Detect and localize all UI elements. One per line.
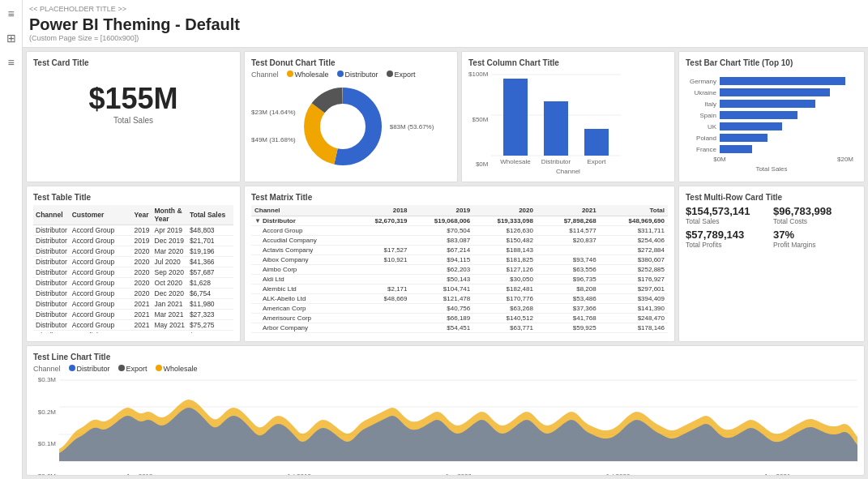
bar-chart-title: Test Bar Chart Title (Top 10) xyxy=(686,58,857,67)
test-card-content: $155M Total Sales xyxy=(33,71,233,135)
matrix-table: Channel 2018 2019 2020 2021 Total ▼Distr… xyxy=(251,205,668,335)
breadcrumb: << PLACEHOLDER TITLE >> xyxy=(29,5,858,13)
table-row: DistributorAccudial Company2019Mar 2019$… xyxy=(33,331,233,334)
col-month-year: Month & Year xyxy=(152,205,187,225)
matrix-row: Arbor Company$54,451$63,771$59,925$178,1… xyxy=(251,323,668,333)
multirow-card: Test Multi-Row Card Title $154,573,141To… xyxy=(678,186,865,342)
page-subtitle: (Custom Page Size = [1600x900]) xyxy=(29,34,858,42)
svg-text:Germany: Germany xyxy=(690,78,716,85)
col-year: Year xyxy=(132,205,152,225)
multirow-item: $154,573,141Total Sales xyxy=(686,205,770,225)
legend-distributor: Distributor xyxy=(337,71,378,79)
legend-channel-label: Channel xyxy=(251,71,279,79)
matrix-header-row: ▼Distributor$2,670,319$19,068,006$19,333… xyxy=(251,216,668,226)
table-row: DistributorAccord Group2020Oct 2020$1,62… xyxy=(33,278,233,289)
svg-text:$20M: $20M xyxy=(837,156,853,163)
svg-text:France: France xyxy=(696,146,716,153)
multirow-card-title: Test Multi-Row Card Title xyxy=(686,193,857,202)
matrix-row: Amerisourc Corp$66,189$140,512$41,768$24… xyxy=(251,314,668,323)
header: << PLACEHOLDER TITLE >> Power BI Theming… xyxy=(23,0,868,48)
matrix-row: American Corp$40,756$63,268$37,366$141,3… xyxy=(251,304,668,314)
bar-chart-svg: Germany Ukraine Italy Spain UK Poland Fr… xyxy=(686,71,856,164)
svg-text:Export: Export xyxy=(588,158,607,165)
multirow-item: $57,789,143Total Profits xyxy=(686,229,770,249)
multirow-grid: $154,573,141Total Sales$96,783,998Total … xyxy=(686,205,857,249)
dashboard: Test Card Title $155M Total Sales Test D… xyxy=(23,48,868,479)
line-chart-title: Test Line Chart Title xyxy=(33,353,857,361)
sidebar-icon-menu[interactable]: ≡ xyxy=(4,6,19,21)
table-row: DistributorAccord Group2020Jul 2020$41,3… xyxy=(33,257,233,267)
line-chart-canvas: Jan 2019 Jul 2019 Jan 2020 Jul 2020 Jan … xyxy=(59,376,857,476)
matrix-card-title: Test Matrix Title xyxy=(251,193,668,202)
matrix-col-2018: 2018 xyxy=(353,205,410,216)
table-row: DistributorAccord Group2020Mar 2020$19,1… xyxy=(33,246,233,257)
sidebar-icon-grid[interactable]: ⊞ xyxy=(4,31,19,45)
table-row: DistributorAccord Group2019Dec 2019$21,7… xyxy=(33,236,233,246)
column-chart-svg: Wholesale Distributor Export xyxy=(491,71,621,160)
legend-distributor-line: Distributor xyxy=(69,365,110,373)
legend-wholesale: Wholesale xyxy=(287,71,329,79)
matrix-row: Aldi Ltd$50,143$30,050$96,735$176,927 xyxy=(251,275,668,284)
table-row: DistributorAccord Group2021Mar 2021$27,3… xyxy=(33,310,233,320)
svg-rect-8 xyxy=(544,101,568,156)
matrix-row: Aimbo Corp$62,203$127,126$63,556$252,885 xyxy=(251,265,668,275)
matrix-row: Accudial Company$83,087$150,482$20,837$2… xyxy=(251,236,668,246)
svg-text:Distributor: Distributor xyxy=(541,158,571,165)
column-chart-card: Test Column Chart Title $100M $50M $0M xyxy=(461,51,675,182)
col-channel: Channel xyxy=(33,205,70,225)
donut-left-labels: $23M (14.64%) $49M (31.68%) xyxy=(251,107,296,147)
donut-chart-card: Test Donut Chart Title Channel Wholesale… xyxy=(244,51,458,182)
donut-right-labels: $83M (53.67%) xyxy=(390,123,434,130)
matrix-row: Alembic Ltd$2,171$104,741$182,481$8,208$… xyxy=(251,284,668,294)
svg-point-3 xyxy=(322,105,364,148)
matrix-row: Accord Group$70,504$126,630$114,577$311,… xyxy=(251,226,668,236)
test-card: Test Card Title $155M Total Sales xyxy=(26,51,241,182)
svg-rect-21 xyxy=(720,88,830,96)
svg-text:Ukraine: Ukraine xyxy=(694,89,716,96)
donut-legend: Channel Wholesale Distributor Export xyxy=(251,71,451,79)
table-row: DistributorAccord Group2021May 2021$75,2… xyxy=(33,320,233,331)
svg-rect-7 xyxy=(503,79,528,156)
donut-chart-title: Test Donut Chart Title xyxy=(251,58,451,67)
col-customer: Customer xyxy=(70,205,132,225)
column-y-axis: $100M $50M $0M xyxy=(468,71,491,168)
matrix-total-row: Total$9,014,267$60,068,924$60,246,192$25… xyxy=(251,333,668,336)
svg-rect-20 xyxy=(720,77,845,85)
data-table: Channel Customer Year Month & Year Total… xyxy=(33,205,233,333)
legend-channel-line: Channel xyxy=(33,365,61,373)
table-card: Test Table Title Channel Customer Year M… xyxy=(26,186,241,342)
matrix-card: Test Matrix Title Channel 2018 2019 2020… xyxy=(244,186,675,342)
donut-area: $23M (14.64%) $49M (31.68%) $83M (53.67%… xyxy=(251,82,451,171)
test-card-title: Test Card Title xyxy=(33,58,233,67)
line-chart-svg xyxy=(59,376,857,469)
column-chart-title: Test Column Chart Title xyxy=(468,58,668,67)
svg-rect-22 xyxy=(720,100,815,108)
legend-wholesale-line: Wholesale xyxy=(156,365,198,373)
test-card-label: Total Sales xyxy=(113,116,153,125)
legend-export: Export xyxy=(387,71,416,79)
column-chart-area: $100M $50M $0M Wholesale xyxy=(468,71,668,168)
matrix-row: Actavis Company$17,527$67,214$188,143$27… xyxy=(251,246,668,255)
table-row: DistributorAccord Group2020Sep 2020$57,6… xyxy=(33,267,233,278)
bar-chart-card: Test Bar Chart Title (Top 10) Germany Uk… xyxy=(678,51,865,182)
donut-svg xyxy=(302,86,383,167)
table-row: DistributorAccord Group2021Jan 2021$11,9… xyxy=(33,299,233,310)
table-row: DistributorAccord Group2020Dec 2020$6,75… xyxy=(33,289,233,299)
svg-text:UK: UK xyxy=(708,123,717,130)
line-y-axis: $0.3M $0.2M $0.1M $0.0M xyxy=(33,376,59,476)
multirow-item: $96,783,998Total Costs xyxy=(773,205,857,225)
line-chart-area: $0.3M $0.2M $0.1M $0.0M xyxy=(33,376,857,476)
svg-rect-23 xyxy=(720,111,797,119)
matrix-col-2020: 2020 xyxy=(473,205,537,216)
svg-rect-9 xyxy=(584,129,609,156)
table-row: DistributorAccord Group2019Apr 2019$48,8… xyxy=(33,225,233,236)
matrix-col-total: Total xyxy=(600,205,668,216)
page-title: Power BI Theming - Default xyxy=(29,15,858,34)
table-scroll[interactable]: Channel Customer Year Month & Year Total… xyxy=(33,205,233,333)
col-total-sales: Total Sales xyxy=(187,205,233,225)
sidebar-icon-list[interactable]: ≡ xyxy=(4,55,19,70)
test-card-value: $155M xyxy=(88,82,177,116)
svg-text:Wholesale: Wholesale xyxy=(501,158,532,165)
matrix-col-2019: 2019 xyxy=(411,205,474,216)
matrix-scroll[interactable]: Channel 2018 2019 2020 2021 Total ▼Distr… xyxy=(251,205,668,335)
